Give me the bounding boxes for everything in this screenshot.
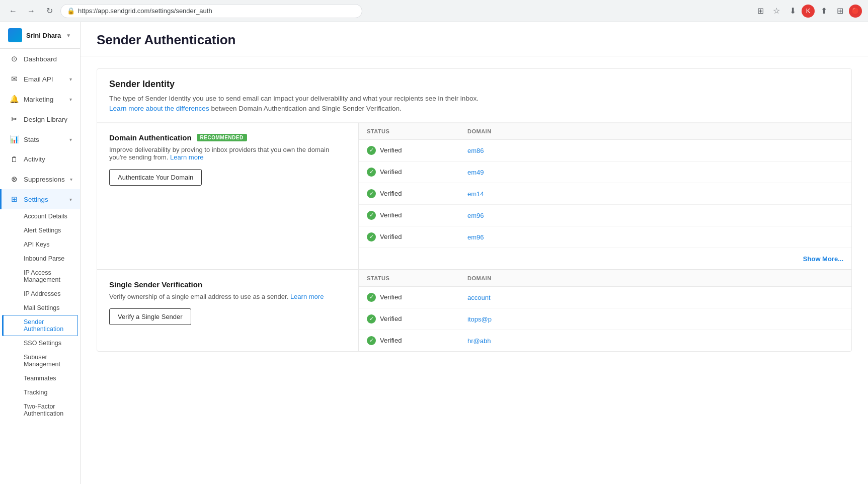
sidebar-item-two-factor[interactable]: Two-Factor Authentication: [0, 399, 80, 421]
show-more-link[interactable]: Show More...: [803, 255, 843, 263]
extensions2-button[interactable]: ⬆: [817, 4, 831, 18]
security-icon: 🔒: [67, 7, 75, 15]
domain-auth-left: Domain Authentication RECOMMENDED Improv…: [97, 123, 359, 269]
status-cell: ✓ Verified: [367, 232, 467, 241]
sidebar-item-api-keys[interactable]: API Keys: [0, 237, 80, 252]
authenticate-domain-button[interactable]: Authenticate Your Domain: [109, 169, 202, 186]
learn-more-differences-link[interactable]: Learn more about the differences: [109, 105, 209, 112]
sidebar-item-tracking[interactable]: Tracking: [0, 385, 80, 399]
domain-auth-title: Domain Authentication RECOMMENDED: [109, 133, 346, 142]
nav-item-suppressions[interactable]: ⊗ Suppressions ▾: [0, 169, 80, 189]
sidebar-item-inbound-parse[interactable]: Inbound Parse: [0, 252, 80, 266]
domain-link[interactable]: em86: [467, 147, 484, 154]
table-row: ✓ Verified em86: [359, 140, 851, 162]
domain-link[interactable]: em96: [467, 212, 484, 219]
sidebar-item-account-details[interactable]: Account Details: [0, 209, 80, 223]
domain-link[interactable]: hr@abh: [467, 337, 491, 345]
verified-icon: ✓: [367, 168, 376, 177]
status-cell: ✓ Verified: [367, 211, 467, 220]
sidebar-item-sso-settings[interactable]: SSO Settings: [0, 336, 80, 350]
sidebar: Srini Dhara ▼ ⊙ Dashboard ✉ Email API ▾ …: [0, 22, 81, 484]
email-api-chevron-icon: ▾: [69, 76, 72, 82]
domain-auth-learn-more-link[interactable]: Learn more: [170, 153, 203, 161]
download-button[interactable]: ⬇: [785, 4, 800, 18]
address-bar[interactable]: 🔒 https://app.sendgrid.com/settings/send…: [60, 4, 362, 18]
browser-actions: ⊞ ☆ ⬇ K ⬆ ⊞ 🔴: [753, 4, 862, 18]
domain-cell: hr@abh: [467, 336, 843, 345]
nav-label-suppressions: Suppressions: [24, 176, 65, 183]
domain-cell: em86: [467, 146, 843, 155]
nav-item-settings[interactable]: ⊞ Settings ▾: [0, 189, 80, 209]
browser-chrome: ← → ↻ 🔒 https://app.sendgrid.com/setting…: [0, 0, 868, 22]
sidebar-item-sender-authentication[interactable]: Sender Authentication: [2, 315, 78, 336]
single-sender-learn-more-link[interactable]: Learn more: [290, 293, 324, 300]
profile2-button[interactable]: 🔴: [849, 5, 862, 18]
domain-cell: itops@p: [467, 314, 843, 324]
nav-item-activity[interactable]: 🗒 Activity: [0, 149, 80, 169]
domain-cell: em96: [467, 211, 843, 220]
sidebar-logo: Srini Dhara ▼: [0, 22, 80, 49]
nav-item-stats[interactable]: 📊 Stats ▾: [0, 129, 80, 149]
sidebar-item-subuser-management[interactable]: Subuser Management: [0, 350, 80, 371]
status-cell: ✓ Verified: [367, 168, 467, 177]
bookmark-button[interactable]: ☆: [769, 4, 783, 18]
sidebar-item-ip-addresses[interactable]: IP Addresses: [0, 287, 80, 301]
domain-link[interactable]: em49: [467, 169, 484, 176]
suppressions-icon: ⊗: [10, 175, 19, 184]
verified-icon: ✓: [367, 211, 376, 220]
reload-button[interactable]: ↻: [42, 4, 56, 18]
domain-cell: account: [467, 293, 843, 302]
table-row: ✓ Verified em96: [359, 205, 851, 226]
domain-link[interactable]: itops@p: [467, 315, 492, 323]
user-name: Srini Dhara: [26, 32, 61, 39]
single-sender-table-header: STATUS DOMAIN: [359, 270, 851, 287]
status-text: Verified: [380, 337, 402, 344]
domain-auth-domain-col-header: DOMAIN: [467, 128, 843, 134]
nav-item-marketing[interactable]: 🔔 Marketing ▾: [0, 89, 80, 109]
marketing-icon: 🔔: [10, 95, 19, 104]
domain-auth-section: Domain Authentication RECOMMENDED Improv…: [97, 123, 851, 269]
forward-button[interactable]: →: [24, 4, 38, 18]
domain-cell: em14: [467, 189, 843, 198]
domain-auth-status-col-header: STATUS: [367, 128, 467, 134]
domain-auth-table-header: STATUS DOMAIN: [359, 123, 851, 140]
back-button[interactable]: ←: [6, 4, 20, 18]
table-row: ✓ Verified em49: [359, 162, 851, 183]
domain-link[interactable]: em96: [467, 233, 484, 241]
app-layout: Srini Dhara ▼ ⊙ Dashboard ✉ Email API ▾ …: [0, 22, 868, 484]
content-area: Sender Identity The type of Sender Ident…: [81, 56, 868, 380]
stats-chevron-icon: ▾: [69, 137, 72, 142]
stats-icon: 📊: [10, 135, 19, 144]
main-content: Sender Authentication Sender Identity Th…: [81, 22, 868, 484]
domain-link[interactable]: em14: [467, 190, 484, 198]
nav-label-stats: Stats: [24, 136, 39, 143]
status-text: Verified: [380, 146, 402, 154]
settings-icon: ⊞: [10, 195, 19, 204]
nav-item-email-api[interactable]: ✉ Email API ▾: [0, 69, 80, 89]
sidebar-item-teammates[interactable]: Teammates: [0, 371, 80, 385]
nav-item-dashboard[interactable]: ⊙ Dashboard: [0, 49, 80, 69]
settings-chevron-icon: ▾: [69, 197, 72, 202]
single-sender-domain-col-header: DOMAIN: [467, 275, 843, 281]
sidebar-item-mail-settings[interactable]: Mail Settings: [0, 301, 80, 315]
sender-identity-card: Sender Identity The type of Sender Ident…: [97, 68, 852, 352]
marketing-chevron-icon: ▾: [69, 97, 72, 102]
apps-button[interactable]: ⊞: [833, 4, 847, 18]
nav-label-design-library: Design Library: [24, 116, 67, 123]
verify-single-sender-button[interactable]: Verify a Single Sender: [109, 308, 191, 325]
nav-item-design-library[interactable]: ✂ Design Library: [0, 109, 80, 129]
sidebar-item-alert-settings[interactable]: Alert Settings: [0, 223, 80, 237]
status-cell: ✓ Verified: [367, 336, 467, 345]
sender-identity-title: Sender Identity: [109, 79, 839, 90]
status-text: Verified: [380, 315, 402, 322]
nav-label-marketing: Marketing: [24, 96, 53, 103]
sender-identity-desc: The type of Sender Identity you use to s…: [109, 94, 839, 114]
extensions-button[interactable]: ⊞: [753, 4, 767, 18]
table-row: ✓ Verified account: [359, 287, 851, 308]
profile-button[interactable]: K: [802, 5, 815, 18]
sidebar-item-ip-access-management[interactable]: IP Access Management: [0, 266, 80, 287]
domain-link[interactable]: account: [467, 294, 491, 301]
page-header: Sender Authentication: [81, 22, 868, 56]
single-sender-left: Single Sender Verification Verify owners…: [97, 270, 359, 351]
single-sender-section: Single Sender Verification Verify owners…: [97, 270, 851, 351]
